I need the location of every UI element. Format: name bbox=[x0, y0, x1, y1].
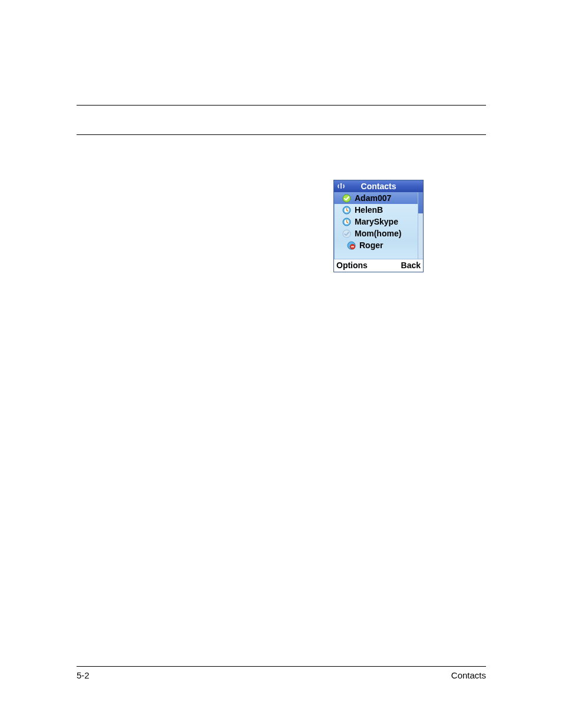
device-title-bar: Contacts bbox=[334, 180, 423, 192]
contact-row[interactable]: Adam007 bbox=[334, 192, 423, 204]
status-offline-icon bbox=[342, 229, 351, 238]
device-screenshot: Contacts Adam007 bbox=[333, 180, 424, 272]
horizontal-rule bbox=[77, 105, 486, 106]
contact-name: Mom(home) bbox=[355, 229, 401, 238]
contact-name: Adam007 bbox=[355, 193, 391, 203]
svg-point-1 bbox=[340, 183, 342, 185]
softkey-back[interactable]: Back bbox=[401, 261, 421, 270]
contact-row[interactable]: Roger bbox=[334, 239, 423, 251]
contacts-list: Adam007 HelenB bbox=[334, 192, 423, 259]
contact-row[interactable]: HelenB bbox=[334, 204, 423, 216]
device-title: Contacts bbox=[361, 182, 396, 191]
footer-rule bbox=[77, 666, 486, 667]
signal-icon bbox=[337, 182, 345, 190]
status-dnd-icon bbox=[347, 241, 356, 250]
horizontal-rule bbox=[77, 134, 486, 135]
status-away-icon bbox=[342, 218, 351, 226]
status-online-icon bbox=[342, 194, 351, 203]
contact-name: MarySkype bbox=[355, 217, 398, 226]
svg-rect-10 bbox=[351, 246, 354, 247]
contact-row[interactable]: MarySkype bbox=[334, 216, 423, 228]
softkey-options[interactable]: Options bbox=[336, 261, 368, 270]
status-away-icon bbox=[342, 206, 351, 215]
footer-section: Contacts bbox=[451, 670, 486, 680]
contact-name: HelenB bbox=[355, 205, 383, 215]
document-page: Contacts Adam007 bbox=[0, 0, 562, 728]
contact-row[interactable]: Mom(home) bbox=[334, 228, 423, 239]
contact-name: Roger bbox=[359, 241, 383, 250]
page-number: 5-2 bbox=[77, 670, 90, 680]
softkey-bar: Options Back bbox=[334, 259, 423, 272]
scrollbar-track[interactable] bbox=[418, 192, 423, 259]
scrollbar-thumb[interactable] bbox=[418, 192, 423, 213]
